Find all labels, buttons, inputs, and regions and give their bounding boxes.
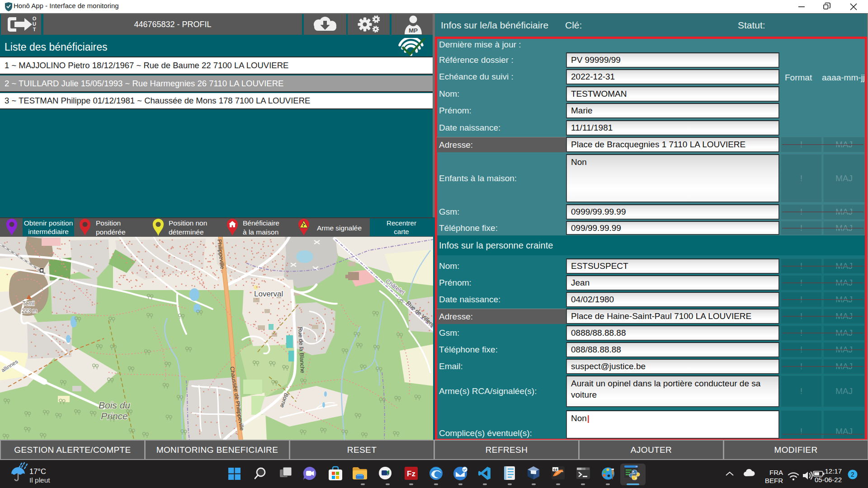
svg-text:BEFR: BEFR [765,477,783,484]
svg-text:Fz: Fz [407,469,415,478]
svg-text:2: 2 [851,471,854,478]
svg-text:Bois du: Bois du [99,400,130,410]
svg-text:Il pleut: Il pleut [29,476,50,484]
svg-text:223 m: 223 m [22,308,38,314]
svg-text:Terril: Terril [22,300,34,307]
svg-text:MP: MP [409,27,418,34]
svg-text:O: O [33,16,37,21]
svg-text:FRA: FRA [769,469,783,476]
svg-text:64: 64 [553,468,557,472]
svg-text:17°C: 17°C [29,467,46,475]
svg-text:Loverval: Loverval [254,290,283,298]
svg-text:05-06-22: 05-06-22 [815,476,842,483]
svg-text:U: U [33,21,36,27]
svg-text:12:17: 12:17 [825,467,842,475]
svg-text:T: T [33,27,36,32]
